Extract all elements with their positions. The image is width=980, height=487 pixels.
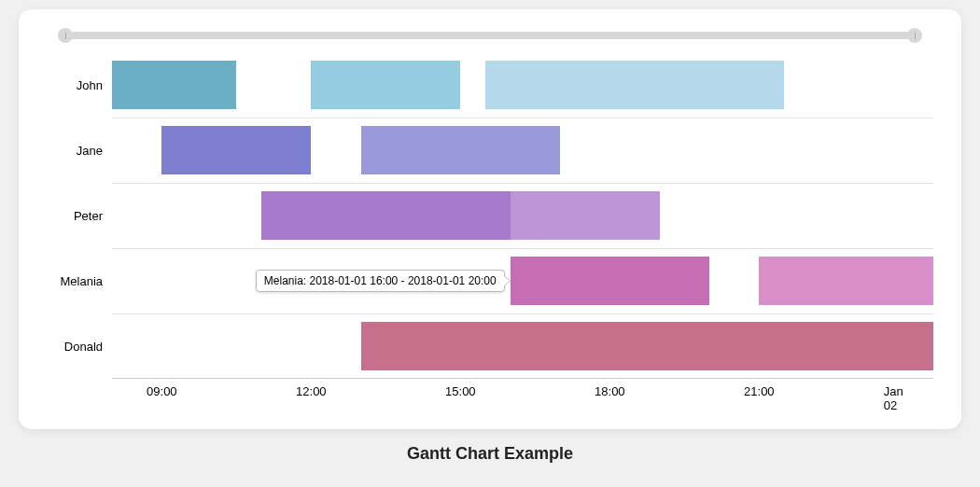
chart-area: JohnJanePeterMelaniaDonald Melania: 2018… — [37, 52, 943, 397]
gantt-bar[interactable] — [759, 257, 933, 305]
gantt-bar[interactable] — [361, 126, 560, 174]
gantt-bar[interactable] — [261, 191, 511, 240]
scrollbar-handle-left[interactable] — [58, 28, 73, 43]
x-tick-label: 12:00 — [296, 384, 327, 398]
gantt-plot[interactable]: Melania: 2018-01-01 16:00 - 2018-01-01 2… — [112, 52, 933, 379]
row-divider — [112, 118, 933, 118]
scrollbar-handle-right[interactable] — [907, 28, 922, 43]
row-divider — [112, 248, 933, 249]
scrollbar-track — [65, 32, 915, 39]
row-label-peter: Peter — [37, 209, 103, 223]
row-divider — [112, 183, 933, 184]
row-label-jane: Jane — [37, 144, 103, 158]
gantt-bar[interactable] — [361, 322, 933, 370]
gantt-bar[interactable] — [112, 61, 236, 109]
chart-caption: Gantt Chart Example — [0, 444, 980, 464]
x-tick-label: 18:00 — [595, 384, 625, 398]
x-tick-label: 21:00 — [744, 384, 775, 398]
gantt-bar[interactable] — [485, 61, 784, 109]
x-tick-label: 09:00 — [147, 384, 177, 398]
row-divider — [112, 313, 933, 314]
gantt-bar[interactable] — [511, 257, 709, 305]
chart-card: JohnJanePeterMelaniaDonald Melania: 2018… — [19, 9, 961, 429]
row-label-melania: Melania — [37, 274, 103, 288]
x-tick-label: 15:00 — [445, 384, 476, 398]
x-tick-label: Jan 02 — [884, 384, 909, 412]
range-scrollbar[interactable] — [65, 28, 915, 43]
row-label-donald: Donald — [37, 340, 103, 354]
gantt-bar[interactable] — [511, 191, 660, 240]
gantt-bar[interactable] — [161, 126, 311, 174]
gantt-bar[interactable] — [311, 61, 460, 109]
tooltip: Melania: 2018-01-01 16:00 - 2018-01-01 2… — [256, 270, 505, 292]
row-label-john: John — [37, 78, 103, 92]
